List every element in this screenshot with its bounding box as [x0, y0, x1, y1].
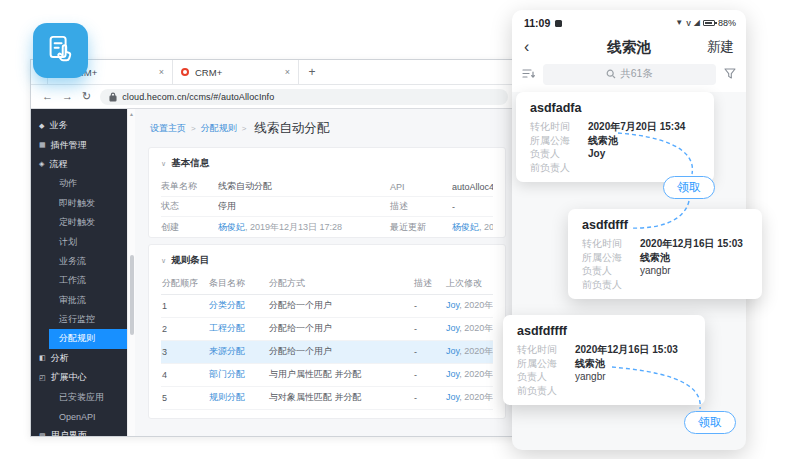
- sidebar-scrollbar[interactable]: ▲: [127, 109, 135, 436]
- sidebar-item-plugin-management[interactable]: ▦插件管理: [31, 135, 127, 154]
- lead-field-label: 所属公海: [517, 357, 575, 371]
- process-icon: ◈: [39, 160, 44, 168]
- sidebar-item-instant-trigger[interactable]: 即时触发: [31, 194, 127, 213]
- tab-close-icon[interactable]: ×: [285, 67, 290, 77]
- forward-icon[interactable]: →: [62, 91, 73, 102]
- section-title: 规则条目: [171, 254, 209, 267]
- table-row[interactable]: 1 分类分配 分配给一个用户 - Joy, 2020年12月24日 11: [161, 294, 493, 317]
- lead-field-label: 前负责人: [530, 161, 588, 175]
- modifier-link[interactable]: Joy: [446, 323, 459, 333]
- lead-field-label: 所属公海: [582, 251, 640, 265]
- new-button[interactable]: 新建: [707, 38, 734, 56]
- modifier-link[interactable]: Joy: [446, 369, 459, 379]
- ui-icon: ▤: [39, 432, 46, 436]
- sidebar-item-runtime-monitor[interactable]: 运行监控: [31, 310, 127, 329]
- scroll-up-icon[interactable]: ▲: [129, 111, 134, 117]
- admin-sidebar: ◆业务 ▦插件管理 ◈流程 动作 即时触发 定时触发 计划 业务流 工作流 审批…: [31, 109, 127, 436]
- table-row[interactable]: 5 规则分配 与对象属性匹配 并分配 - Joy, 2020年12月: [161, 386, 493, 409]
- sidebar-item-business[interactable]: ◆业务: [31, 116, 127, 135]
- sidebar-item-timed-trigger[interactable]: 定时触发: [31, 213, 127, 232]
- updater-link[interactable]: 杨俊妃: [452, 222, 479, 232]
- status-square-icon: [555, 20, 562, 27]
- lead-title: asdfdffff: [517, 324, 691, 338]
- url-text: cloud.hecom.cn/ccms/#/autoAllocInfo: [122, 92, 274, 102]
- sidebar-item-extension-center[interactable]: ◰扩展中心: [31, 368, 127, 387]
- modifier-link[interactable]: Joy: [446, 300, 459, 310]
- lead-card-3[interactable]: asdfdffff 转化时间2020年12月16日 15:03 所属公海线索池 …: [503, 315, 705, 405]
- sidebar-item-process[interactable]: ◈流程: [31, 155, 127, 174]
- lead-card-1[interactable]: asdfadfa 转化时间2020年7月20日 15:34 所属公海线索池 负责…: [516, 92, 714, 182]
- column-header: 分配顺序: [161, 274, 208, 294]
- rule-link[interactable]: 来源分配: [209, 346, 245, 356]
- sidebar-item-analysis[interactable]: ◧分析: [31, 349, 127, 368]
- field-label: 状态: [161, 200, 218, 213]
- creator-link[interactable]: 杨俊妃: [218, 222, 245, 232]
- sort-icon[interactable]: [522, 65, 535, 83]
- column-header: 描述: [413, 274, 445, 294]
- address-bar[interactable]: cloud.hecom.cn/ccms/#/autoAllocInfo: [100, 89, 508, 105]
- lead-card-2[interactable]: asdfdfff 转化时间2020年12月16日 15:03 所属公海线索池 负…: [568, 209, 762, 299]
- tab-close-icon[interactable]: ×: [159, 67, 164, 77]
- extension-icon: ◰: [39, 374, 46, 382]
- reload-icon[interactable]: ↻: [82, 91, 91, 102]
- lead-field-value: 线索池: [640, 251, 670, 265]
- browser-window: CRM+ × CRM+ × + ← → ↻ cloud.hecom.cn/ccm…: [30, 59, 520, 437]
- modifier-link[interactable]: Joy: [446, 392, 459, 402]
- claim-button-2[interactable]: 领取: [684, 411, 736, 434]
- modifier-link[interactable]: Joy: [446, 346, 459, 356]
- sidebar-item-workflow[interactable]: 工作流: [31, 271, 127, 290]
- sidebar-item-plan[interactable]: 计划: [31, 232, 127, 251]
- rule-items-panel: ∨ 规则条目 分配顺序 条目名称 分配方式 描述 上次修改: [148, 244, 506, 419]
- field-label: 表单名称: [161, 180, 218, 193]
- rule-link[interactable]: 分类分配: [209, 300, 245, 310]
- rule-items-table: 分配顺序 条目名称 分配方式 描述 上次修改 1 分类分配 分配: [161, 274, 493, 410]
- section-title: 基本信息: [171, 157, 209, 170]
- sidebar-item-allocation-rules[interactable]: 分配规则: [49, 329, 127, 348]
- lead-title: asdfadfa: [530, 101, 700, 115]
- phone-status-bar: 11:09 ▼ V ◢ 88%: [512, 10, 746, 32]
- sidebar-item-openapi[interactable]: OpenAPI: [31, 407, 127, 426]
- collapse-caret-icon[interactable]: ∨: [161, 160, 166, 168]
- lead-field-value: 线索池: [588, 134, 618, 148]
- business-icon: ◆: [39, 122, 44, 130]
- field-label: 创建: [161, 221, 218, 234]
- sidebar-item-user-interface[interactable]: ▤用户界面: [31, 426, 127, 436]
- composite-screenshot: CRM+ × CRM+ × + ← → ↻ cloud.hecom.cn/ccm…: [0, 0, 792, 459]
- sidebar-item-business-flow[interactable]: 业务流: [31, 252, 127, 271]
- volte-icon: V: [686, 20, 691, 27]
- breadcrumb-link-home[interactable]: 设置主页: [150, 122, 186, 135]
- new-tab-button[interactable]: +: [299, 60, 325, 84]
- wifi-icon: ▼: [675, 19, 683, 27]
- lead-field-value: 线索池: [575, 357, 605, 371]
- search-input[interactable]: 共61条: [543, 64, 716, 85]
- table-row[interactable]: 4 部门分配 与用户属性匹配 并分配 - Joy, 2020年12月: [161, 363, 493, 386]
- lead-field-label: 转化时间: [517, 343, 575, 357]
- filter-icon[interactable]: [724, 65, 736, 83]
- column-header: 分配方式: [268, 274, 413, 294]
- analysis-icon: ◧: [39, 354, 46, 362]
- field-value: -: [452, 202, 493, 212]
- info-row: 创建 杨俊妃, 2019年12月13日 17:28 最近更新 杨俊妃, 2019…: [161, 217, 493, 237]
- signal-icon: ◢: [694, 19, 700, 27]
- browser-tab-2[interactable]: CRM+ ×: [173, 60, 299, 84]
- rule-link[interactable]: 工程分配: [209, 323, 245, 333]
- sidebar-item-approval-flow[interactable]: 审批流: [31, 291, 127, 310]
- rule-link[interactable]: 部门分配: [209, 369, 245, 379]
- table-row-selected[interactable]: 3 来源分配 分配给一个用户 - Joy, 2020年12月: [161, 340, 493, 363]
- scrollbar-thumb[interactable]: [130, 255, 134, 335]
- field-label: API: [390, 182, 452, 192]
- sidebar-item-action[interactable]: 动作: [31, 174, 127, 193]
- sidebar-item-installed-apps[interactable]: 已安装应用: [31, 387, 127, 406]
- table-row[interactable]: 2 工程分配 分配给一个用户 - Joy, 2020年12月: [161, 317, 493, 340]
- back-icon[interactable]: ←: [42, 91, 53, 102]
- lead-field-value: 2020年7月20日 15:34: [588, 120, 685, 134]
- created-time: , 2019年12月13日 17:28: [245, 222, 342, 232]
- rule-link[interactable]: 规则分配: [209, 392, 245, 402]
- breadcrumb: 设置主页 > 分配规则 > 线索自动分配: [150, 120, 506, 137]
- collapse-caret-icon[interactable]: ∨: [161, 257, 166, 265]
- breadcrumb-link-rules[interactable]: 分配规则: [201, 122, 237, 135]
- tab-label: CRM+: [195, 67, 279, 78]
- claim-button-1[interactable]: 领取: [663, 176, 715, 199]
- field-value: 停用: [218, 200, 390, 213]
- field-value: 线索自动分配: [218, 180, 390, 193]
